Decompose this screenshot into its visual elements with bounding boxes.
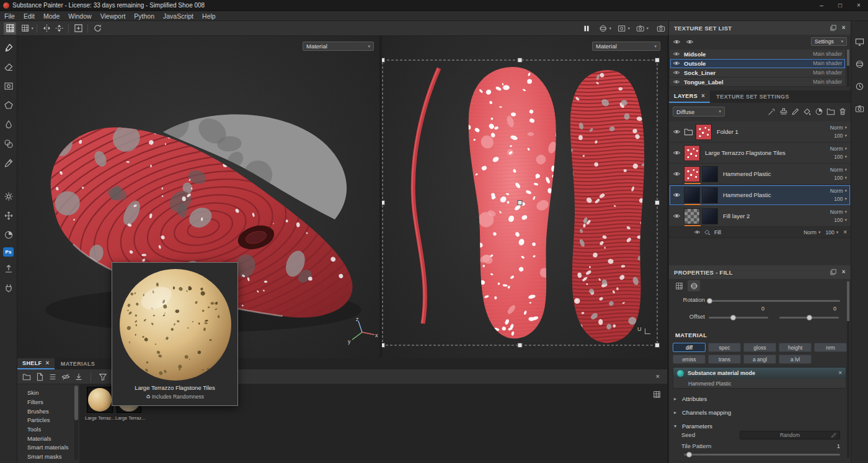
float-panel-icon[interactable] <box>830 265 837 279</box>
mask-thumbnail[interactable] <box>702 166 718 182</box>
tab-shelf[interactable]: SHELF× <box>17 358 55 369</box>
opacity-dropdown[interactable]: 100▾ <box>825 229 838 236</box>
channel-diff-button[interactable]: diff <box>673 343 706 352</box>
eye-icon[interactable] <box>669 149 684 157</box>
new-resource-icon[interactable] <box>35 370 44 384</box>
menu-viewport[interactable]: Viewport <box>96 11 130 21</box>
remove-material-icon[interactable]: × <box>838 370 842 376</box>
tab-materials[interactable]: MATERIALS <box>55 358 101 369</box>
menu-help[interactable]: Help <box>198 11 220 21</box>
layer-row[interactable]: Hammered Plastic Norm▾ 100▾ <box>669 164 851 185</box>
tile-pattern-slider[interactable] <box>684 454 840 456</box>
blend-mode-dropdown[interactable]: Norm▾ <box>830 167 847 173</box>
rotation-slider-knob[interactable] <box>707 298 712 304</box>
float-panel-icon[interactable] <box>830 21 837 35</box>
add-fill-layer-icon[interactable] <box>803 105 812 118</box>
eraser-tool[interactable] <box>4 60 14 74</box>
texture-set-row[interactable]: Tongue_LabelMain shader <box>670 77 845 87</box>
layer-thumbnail[interactable] <box>684 145 700 161</box>
menu-mode[interactable]: Mode <box>39 11 64 21</box>
add-paint-layer-icon[interactable] <box>791 105 800 118</box>
clone-tool[interactable] <box>4 137 14 151</box>
eye-icon[interactable] <box>669 170 684 178</box>
section-channels-mapping[interactable]: ▸Channels mapping <box>674 407 846 417</box>
category-filters[interactable]: Filters <box>27 399 43 405</box>
pause-engine-icon[interactable] <box>580 22 593 35</box>
texture-set-row[interactable]: Sock_LinerMain shader <box>670 68 845 77</box>
material-thumbnail-1[interactable] <box>87 387 113 413</box>
rotation-slider[interactable] <box>709 300 840 302</box>
folder-icon[interactable] <box>22 370 31 384</box>
add-smart-material-icon[interactable] <box>815 105 823 118</box>
menu-file[interactable]: File <box>0 11 19 21</box>
channel-spec-button[interactable]: spec <box>708 343 741 352</box>
add-group-icon[interactable] <box>826 105 835 118</box>
edit-seed-icon[interactable] <box>831 428 837 442</box>
properties-tab-material-icon[interactable] <box>688 280 700 291</box>
hide-resources-icon[interactable] <box>61 370 70 384</box>
add-effect-icon[interactable] <box>768 105 776 118</box>
export-icon[interactable] <box>4 262 14 276</box>
properties-tab-grid-icon[interactable] <box>673 280 685 291</box>
category-smart-masks[interactable]: Smart masks <box>27 453 61 460</box>
opacity-dropdown[interactable]: 100▾ <box>834 154 847 160</box>
close-tab-icon[interactable]: × <box>701 93 705 99</box>
menu-window[interactable]: Window <box>64 11 95 21</box>
mask-thumbnail[interactable] <box>702 187 718 203</box>
viewport-layout-icon[interactable]: ▾ <box>21 22 33 35</box>
blend-mode-dropdown[interactable]: Norm▾ <box>804 229 820 236</box>
photoshop-export-icon[interactable]: Ps <box>3 247 14 257</box>
close-tab-icon[interactable]: × <box>46 360 50 366</box>
menu-python[interactable]: Python <box>130 11 159 21</box>
minimize-icon[interactable]: – <box>812 0 831 11</box>
blend-mode-dropdown[interactable]: Norm▾ <box>830 146 847 152</box>
settings-icon[interactable] <box>4 190 14 203</box>
channel-alvl-button[interactable]: a lvl <box>779 355 812 364</box>
tab-texture-set-settings[interactable]: TEXTURE SET SETTINGS <box>710 90 795 103</box>
texture-set-scrollbar[interactable] <box>847 50 849 87</box>
polygon-fill-tool[interactable] <box>4 99 14 112</box>
category-tools[interactable]: Tools <box>27 426 41 433</box>
category-brushes[interactable]: Brushes <box>27 408 49 415</box>
texture-set-row[interactable]: MidsoleMain shader <box>670 50 845 59</box>
seed-random-button[interactable]: Random <box>740 431 840 439</box>
opacity-dropdown[interactable]: 100▾ <box>834 175 847 181</box>
filter-icon[interactable] <box>99 370 107 384</box>
mask-thumbnail[interactable] <box>702 208 718 224</box>
display-settings-icon[interactable]: ▾ <box>599 22 611 35</box>
opacity-dropdown[interactable]: 100▾ <box>834 196 847 202</box>
menu-javascript[interactable]: JavaScript <box>159 11 198 21</box>
shader-settings-panel-icon[interactable] <box>855 57 864 71</box>
category-materials[interactable]: Materials <box>27 435 51 442</box>
transform-icon[interactable] <box>4 209 14 223</box>
layer-thumbnail[interactable] <box>684 187 700 203</box>
close-shelf-icon[interactable]: × <box>656 373 660 380</box>
eye-icon[interactable] <box>669 212 684 220</box>
channel-nrm-button[interactable]: nrm <box>814 343 847 352</box>
layer-row[interactable]: Large Terrazzo Flagstone Tiles Norm▾ 100… <box>669 143 851 164</box>
bake-icon[interactable] <box>4 228 14 242</box>
maximize-icon[interactable]: □ <box>831 0 849 11</box>
close-icon[interactable]: × <box>849 0 868 11</box>
delete-layer-icon[interactable] <box>838 105 847 118</box>
channel-trans-button[interactable]: trans <box>708 355 741 364</box>
blend-mode-dropdown[interactable]: Norm▾ <box>830 125 847 131</box>
visibility-all-icon[interactable] <box>673 35 681 48</box>
material-mode-select-3d[interactable]: Material▾ <box>303 42 374 51</box>
symmetry-axis-icon[interactable] <box>53 22 65 35</box>
channel-filter-select[interactable]: Diffuse▾ <box>673 107 725 117</box>
channel-height-button[interactable]: height <box>779 343 812 352</box>
channel-gloss-button[interactable]: gloss <box>743 343 776 352</box>
close-panel-icon[interactable]: × <box>842 269 846 275</box>
layer-thumbnail[interactable] <box>684 166 700 182</box>
offset-slider-2-knob[interactable] <box>807 315 812 320</box>
menu-edit[interactable]: Edit <box>19 11 39 21</box>
layer-row[interactable]: Fill layer 2 Norm▾ 100▾ <box>669 206 851 227</box>
eye-icon[interactable] <box>694 226 701 239</box>
eye-icon[interactable] <box>669 191 684 199</box>
substance-material-mode-box[interactable]: Substance material mode × Hammered Plast… <box>673 367 846 389</box>
history-panel-icon[interactable] <box>855 79 864 93</box>
symmetry-icon[interactable] <box>40 22 53 35</box>
category-smart-materials[interactable]: Smart materials <box>27 444 69 451</box>
close-panel-icon[interactable]: × <box>842 25 846 31</box>
